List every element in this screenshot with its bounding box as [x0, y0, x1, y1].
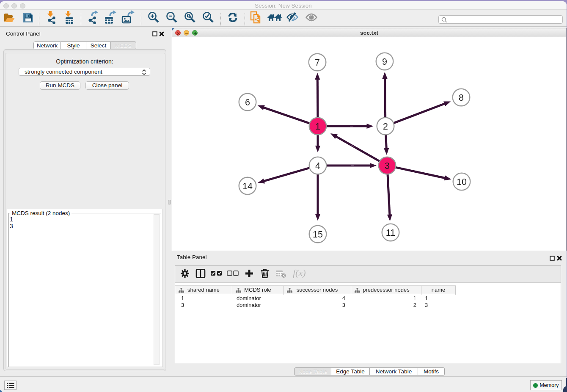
svg-text:14: 14 [242, 181, 253, 191]
svg-text:9: 9 [382, 57, 387, 67]
svg-text:1: 1 [315, 121, 320, 132]
svg-text:7: 7 [315, 58, 320, 68]
svg-text:11: 11 [386, 228, 395, 238]
svg-text:15: 15 [313, 229, 323, 240]
svg-text:3: 3 [385, 161, 390, 171]
svg-text:2: 2 [383, 121, 388, 132]
svg-text:4: 4 [315, 161, 320, 171]
svg-text:8: 8 [459, 93, 464, 103]
svg-text:10: 10 [457, 177, 467, 187]
svg-text:6: 6 [245, 97, 250, 108]
